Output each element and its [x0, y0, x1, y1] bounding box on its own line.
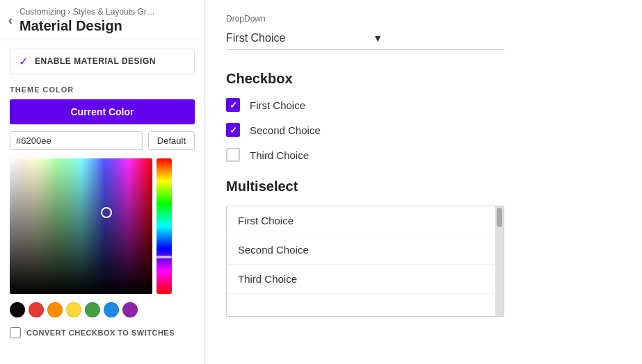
- swatch-red[interactable]: [29, 302, 44, 317]
- checkmark-icon: ✓: [19, 55, 28, 68]
- back-arrow[interactable]: ‹: [8, 13, 13, 28]
- swatch-purple[interactable]: [122, 302, 138, 317]
- swatch-orange[interactable]: [47, 302, 63, 317]
- color-cursor: [101, 207, 112, 218]
- current-color-button[interactable]: Current Color: [10, 99, 195, 124]
- checkbox-item-2: ✓ Second Choice: [226, 123, 621, 137]
- dropdown-section: DropDown First Choice Second Choice Thir…: [226, 14, 621, 50]
- multiselect-item-3[interactable]: Third Choice: [227, 265, 495, 294]
- dropdown-select[interactable]: First Choice Second Choice Third Choice: [226, 26, 504, 50]
- left-panel: ‹ Customizing › Styles & Layouts Gr… Mat…: [0, 0, 205, 364]
- multiselect-item-1[interactable]: First Choice: [227, 206, 495, 235]
- swatch-green[interactable]: [85, 302, 100, 317]
- checkmark-icon-2: ✓: [230, 125, 237, 135]
- convert-checkbox-input[interactable]: [10, 327, 21, 338]
- enable-label: ENABLE MATERIAL DESIGN: [35, 56, 156, 66]
- swatch-blue[interactable]: [104, 302, 119, 317]
- multiselect-items: First Choice Second Choice Third Choice: [227, 206, 495, 316]
- swatch-yellow[interactable]: [66, 302, 81, 317]
- checkbox-title: Checkbox: [226, 71, 621, 87]
- checkmark-icon-1: ✓: [230, 100, 237, 110]
- checkbox-label-2: Second Choice: [250, 124, 321, 136]
- breadcrumb: Customizing › Styles & Layouts Gr…: [19, 7, 155, 18]
- enable-material-design-toggle[interactable]: ✓ ENABLE MATERIAL DESIGN: [10, 49, 195, 74]
- breadcrumb-bar: ‹ Customizing › Styles & Layouts Gr… Mat…: [0, 0, 204, 40]
- color-picker: [10, 158, 195, 294]
- checkbox-label-1: First Choice: [250, 99, 305, 111]
- multiselect-section: Multiselect First Choice Second Choice T…: [226, 179, 621, 317]
- multiselect-item-2[interactable]: Second Choice: [227, 235, 495, 265]
- dropdown-label: DropDown: [226, 14, 621, 24]
- scrollbar-thumb: [497, 208, 502, 227]
- checkbox-input-3[interactable]: [226, 148, 240, 162]
- default-color-button[interactable]: Default: [148, 131, 195, 150]
- hue-thumb: [157, 256, 172, 258]
- color-swatches: [10, 302, 195, 317]
- checkbox-item-3: Third Choice: [226, 148, 621, 162]
- checkbox-input-2[interactable]: ✓: [226, 123, 240, 137]
- right-panel: DropDown First Choice Second Choice Thir…: [205, 0, 642, 364]
- checkbox-label-3: Third Choice: [250, 149, 309, 161]
- swatch-black[interactable]: [10, 302, 25, 317]
- color-gradient-picker[interactable]: [10, 158, 152, 294]
- scrollbar-track[interactable]: [495, 206, 504, 316]
- checkbox-input-1[interactable]: ✓: [226, 98, 240, 112]
- convert-checkbox-row: CONVERT CHECKBOX TO SWITCHES: [10, 327, 195, 338]
- multiselect-title: Multiselect: [226, 179, 621, 195]
- checkbox-section: Checkbox ✓ First Choice ✓ Second Choice …: [226, 71, 621, 162]
- hue-slider[interactable]: [157, 158, 172, 294]
- convert-label: CONVERT CHECKBOX TO SWITCHES: [26, 329, 175, 337]
- hex-color-input[interactable]: [10, 131, 143, 150]
- panel-title: Material Design: [19, 18, 155, 34]
- checkbox-item-1: ✓ First Choice: [226, 98, 621, 112]
- multiselect-list[interactable]: First Choice Second Choice Third Choice: [226, 206, 504, 317]
- theme-color-label: THEME COLOR: [10, 85, 195, 94]
